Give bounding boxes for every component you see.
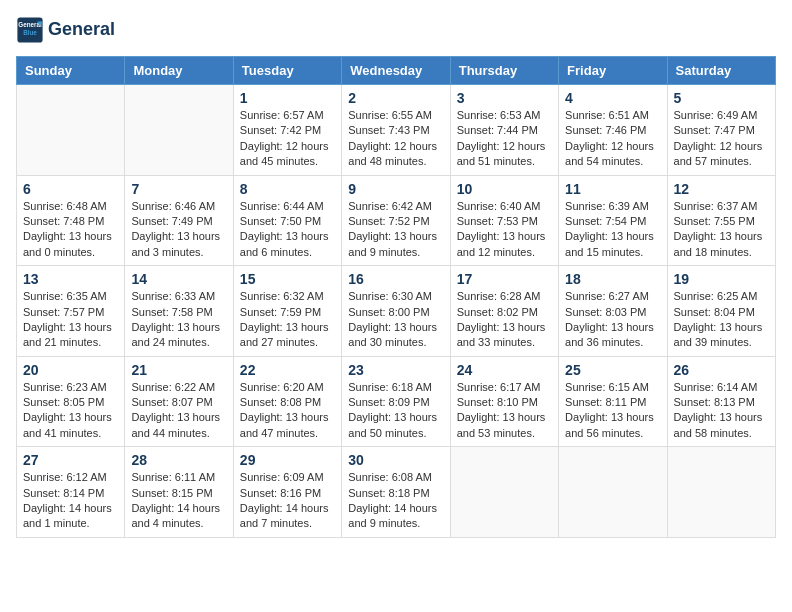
day-info: Sunrise: 6:55 AMSunset: 7:43 PMDaylight:… xyxy=(348,108,443,170)
calendar-cell: 22Sunrise: 6:20 AMSunset: 8:08 PMDayligh… xyxy=(233,356,341,447)
day-number: 14 xyxy=(131,271,226,287)
day-info: Sunrise: 6:14 AMSunset: 8:13 PMDaylight:… xyxy=(674,380,769,442)
day-number: 18 xyxy=(565,271,660,287)
calendar-cell: 3Sunrise: 6:53 AMSunset: 7:44 PMDaylight… xyxy=(450,85,558,176)
day-info: Sunrise: 6:51 AMSunset: 7:46 PMDaylight:… xyxy=(565,108,660,170)
calendar-cell xyxy=(450,447,558,538)
day-number: 2 xyxy=(348,90,443,106)
calendar-header-saturday: Saturday xyxy=(667,57,775,85)
calendar-cell: 6Sunrise: 6:48 AMSunset: 7:48 PMDaylight… xyxy=(17,175,125,266)
calendar-cell: 10Sunrise: 6:40 AMSunset: 7:53 PMDayligh… xyxy=(450,175,558,266)
calendar-header-monday: Monday xyxy=(125,57,233,85)
day-number: 16 xyxy=(348,271,443,287)
day-info: Sunrise: 6:27 AMSunset: 8:03 PMDaylight:… xyxy=(565,289,660,351)
day-info: Sunrise: 6:23 AMSunset: 8:05 PMDaylight:… xyxy=(23,380,118,442)
calendar-cell: 16Sunrise: 6:30 AMSunset: 8:00 PMDayligh… xyxy=(342,266,450,357)
calendar-cell: 7Sunrise: 6:46 AMSunset: 7:49 PMDaylight… xyxy=(125,175,233,266)
day-number: 7 xyxy=(131,181,226,197)
calendar-cell: 8Sunrise: 6:44 AMSunset: 7:50 PMDaylight… xyxy=(233,175,341,266)
calendar-cell: 14Sunrise: 6:33 AMSunset: 7:58 PMDayligh… xyxy=(125,266,233,357)
day-number: 15 xyxy=(240,271,335,287)
day-number: 30 xyxy=(348,452,443,468)
calendar-cell: 28Sunrise: 6:11 AMSunset: 8:15 PMDayligh… xyxy=(125,447,233,538)
day-info: Sunrise: 6:17 AMSunset: 8:10 PMDaylight:… xyxy=(457,380,552,442)
day-number: 5 xyxy=(674,90,769,106)
day-info: Sunrise: 6:42 AMSunset: 7:52 PMDaylight:… xyxy=(348,199,443,261)
calendar-header-tuesday: Tuesday xyxy=(233,57,341,85)
calendar-cell: 24Sunrise: 6:17 AMSunset: 8:10 PMDayligh… xyxy=(450,356,558,447)
day-info: Sunrise: 6:28 AMSunset: 8:02 PMDaylight:… xyxy=(457,289,552,351)
svg-text:Blue: Blue xyxy=(23,29,37,36)
day-info: Sunrise: 6:32 AMSunset: 7:59 PMDaylight:… xyxy=(240,289,335,351)
day-info: Sunrise: 6:20 AMSunset: 8:08 PMDaylight:… xyxy=(240,380,335,442)
calendar-cell: 29Sunrise: 6:09 AMSunset: 8:16 PMDayligh… xyxy=(233,447,341,538)
calendar-week-4: 20Sunrise: 6:23 AMSunset: 8:05 PMDayligh… xyxy=(17,356,776,447)
calendar-cell xyxy=(559,447,667,538)
calendar-cell: 9Sunrise: 6:42 AMSunset: 7:52 PMDaylight… xyxy=(342,175,450,266)
day-info: Sunrise: 6:11 AMSunset: 8:15 PMDaylight:… xyxy=(131,470,226,532)
day-number: 25 xyxy=(565,362,660,378)
calendar-cell: 13Sunrise: 6:35 AMSunset: 7:57 PMDayligh… xyxy=(17,266,125,357)
calendar-cell: 19Sunrise: 6:25 AMSunset: 8:04 PMDayligh… xyxy=(667,266,775,357)
day-info: Sunrise: 6:22 AMSunset: 8:07 PMDaylight:… xyxy=(131,380,226,442)
calendar-week-5: 27Sunrise: 6:12 AMSunset: 8:14 PMDayligh… xyxy=(17,447,776,538)
calendar-cell xyxy=(667,447,775,538)
logo-icon: General Blue xyxy=(16,16,44,44)
day-number: 23 xyxy=(348,362,443,378)
day-number: 6 xyxy=(23,181,118,197)
calendar-week-1: 1Sunrise: 6:57 AMSunset: 7:42 PMDaylight… xyxy=(17,85,776,176)
day-info: Sunrise: 6:08 AMSunset: 8:18 PMDaylight:… xyxy=(348,470,443,532)
day-info: Sunrise: 6:44 AMSunset: 7:50 PMDaylight:… xyxy=(240,199,335,261)
day-number: 13 xyxy=(23,271,118,287)
day-number: 24 xyxy=(457,362,552,378)
logo-text: General xyxy=(48,20,115,40)
day-number: 29 xyxy=(240,452,335,468)
day-info: Sunrise: 6:15 AMSunset: 8:11 PMDaylight:… xyxy=(565,380,660,442)
day-number: 1 xyxy=(240,90,335,106)
day-info: Sunrise: 6:12 AMSunset: 8:14 PMDaylight:… xyxy=(23,470,118,532)
day-info: Sunrise: 6:48 AMSunset: 7:48 PMDaylight:… xyxy=(23,199,118,261)
day-info: Sunrise: 6:25 AMSunset: 8:04 PMDaylight:… xyxy=(674,289,769,351)
day-info: Sunrise: 6:37 AMSunset: 7:55 PMDaylight:… xyxy=(674,199,769,261)
day-number: 28 xyxy=(131,452,226,468)
day-number: 26 xyxy=(674,362,769,378)
calendar-header-sunday: Sunday xyxy=(17,57,125,85)
calendar-header-row: SundayMondayTuesdayWednesdayThursdayFrid… xyxy=(17,57,776,85)
day-info: Sunrise: 6:53 AMSunset: 7:44 PMDaylight:… xyxy=(457,108,552,170)
day-number: 8 xyxy=(240,181,335,197)
day-info: Sunrise: 6:09 AMSunset: 8:16 PMDaylight:… xyxy=(240,470,335,532)
day-info: Sunrise: 6:57 AMSunset: 7:42 PMDaylight:… xyxy=(240,108,335,170)
calendar-cell: 27Sunrise: 6:12 AMSunset: 8:14 PMDayligh… xyxy=(17,447,125,538)
calendar-cell: 2Sunrise: 6:55 AMSunset: 7:43 PMDaylight… xyxy=(342,85,450,176)
day-number: 4 xyxy=(565,90,660,106)
day-number: 19 xyxy=(674,271,769,287)
day-number: 9 xyxy=(348,181,443,197)
calendar-cell: 1Sunrise: 6:57 AMSunset: 7:42 PMDaylight… xyxy=(233,85,341,176)
calendar-header-friday: Friday xyxy=(559,57,667,85)
calendar-cell: 26Sunrise: 6:14 AMSunset: 8:13 PMDayligh… xyxy=(667,356,775,447)
day-info: Sunrise: 6:46 AMSunset: 7:49 PMDaylight:… xyxy=(131,199,226,261)
calendar-cell: 20Sunrise: 6:23 AMSunset: 8:05 PMDayligh… xyxy=(17,356,125,447)
calendar-cell: 30Sunrise: 6:08 AMSunset: 8:18 PMDayligh… xyxy=(342,447,450,538)
day-info: Sunrise: 6:40 AMSunset: 7:53 PMDaylight:… xyxy=(457,199,552,261)
day-info: Sunrise: 6:33 AMSunset: 7:58 PMDaylight:… xyxy=(131,289,226,351)
calendar-cell: 25Sunrise: 6:15 AMSunset: 8:11 PMDayligh… xyxy=(559,356,667,447)
calendar-cell xyxy=(17,85,125,176)
calendar-cell xyxy=(125,85,233,176)
day-info: Sunrise: 6:35 AMSunset: 7:57 PMDaylight:… xyxy=(23,289,118,351)
calendar-cell: 18Sunrise: 6:27 AMSunset: 8:03 PMDayligh… xyxy=(559,266,667,357)
calendar-header-thursday: Thursday xyxy=(450,57,558,85)
calendar-week-2: 6Sunrise: 6:48 AMSunset: 7:48 PMDaylight… xyxy=(17,175,776,266)
day-number: 11 xyxy=(565,181,660,197)
logo: General Blue General xyxy=(16,16,115,44)
calendar-week-3: 13Sunrise: 6:35 AMSunset: 7:57 PMDayligh… xyxy=(17,266,776,357)
day-number: 21 xyxy=(131,362,226,378)
day-number: 20 xyxy=(23,362,118,378)
calendar-cell: 5Sunrise: 6:49 AMSunset: 7:47 PMDaylight… xyxy=(667,85,775,176)
day-number: 10 xyxy=(457,181,552,197)
calendar-header-wednesday: Wednesday xyxy=(342,57,450,85)
page-header: General Blue General xyxy=(16,16,776,44)
day-number: 17 xyxy=(457,271,552,287)
day-number: 3 xyxy=(457,90,552,106)
day-info: Sunrise: 6:18 AMSunset: 8:09 PMDaylight:… xyxy=(348,380,443,442)
